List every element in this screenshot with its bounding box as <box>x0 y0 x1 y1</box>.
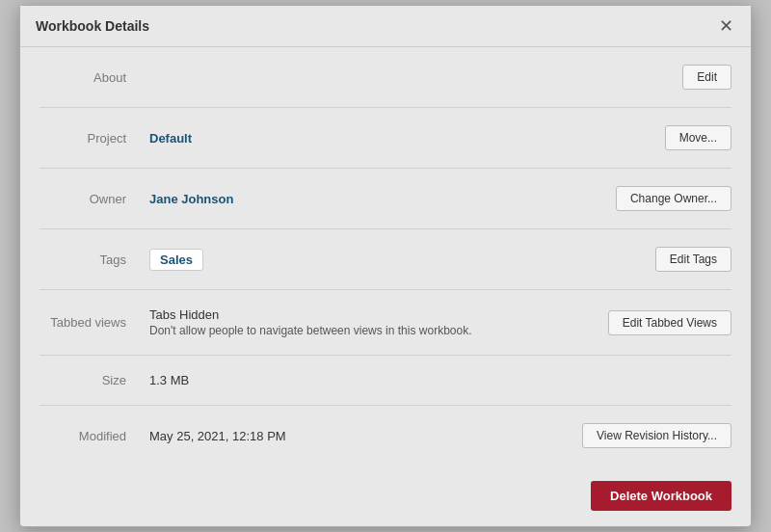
size-left: Size 1.3 MB <box>40 373 731 387</box>
dialog-footer: Delete Workbook <box>20 466 751 526</box>
sales-tag[interactable]: Sales <box>149 249 203 271</box>
tabbed-views-desc: Don't allow people to navigate between v… <box>149 324 471 337</box>
modified-row: Modified May 25, 2021, 12:18 PM View Rev… <box>40 406 731 466</box>
tabbed-views-title: Tabs Hidden <box>149 307 471 322</box>
tabbed-views-left: Tabbed views Tabs Hidden Don't allow peo… <box>40 307 608 337</box>
tags-label: Tags <box>40 253 126 267</box>
change-owner-button[interactable]: Change Owner... <box>616 186 731 211</box>
tags-row: Tags Sales Edit Tags <box>40 229 731 290</box>
dialog-body: About Edit Project Default Move... Owner… <box>20 47 751 466</box>
owner-row: Owner Jane Johnson Change Owner... <box>40 169 731 229</box>
size-label: Size <box>40 373 126 387</box>
tabbed-views-content: Tabs Hidden Don't allow people to naviga… <box>149 307 471 337</box>
workbook-details-dialog: Workbook Details ✕ About Edit Project De… <box>19 5 752 527</box>
size-value: 1.3 MB <box>149 373 189 387</box>
tags-container: Sales <box>149 249 203 271</box>
project-value[interactable]: Default <box>149 131 192 146</box>
about-label: About <box>40 70 126 85</box>
tabbed-views-row: Tabbed views Tabs Hidden Don't allow peo… <box>40 290 731 356</box>
delete-workbook-button[interactable]: Delete Workbook <box>591 481 731 511</box>
move-button[interactable]: Move... <box>665 125 731 150</box>
project-row: Project Default Move... <box>40 108 731 169</box>
modified-label: Modified <box>40 429 126 443</box>
close-button[interactable]: ✕ <box>715 15 737 37</box>
about-row: About Edit <box>40 47 731 108</box>
modified-left: Modified May 25, 2021, 12:18 PM <box>40 429 582 443</box>
edit-tabbed-views-button[interactable]: Edit Tabbed Views <box>608 310 731 335</box>
about-left: About <box>40 70 682 85</box>
project-label: Project <box>40 131 126 146</box>
size-row: Size 1.3 MB <box>40 356 731 406</box>
view-revision-history-button[interactable]: View Revision History... <box>582 423 731 448</box>
owner-label: Owner <box>40 192 126 206</box>
owner-left: Owner Jane Johnson <box>40 192 616 206</box>
dialog-title: Workbook Details <box>36 18 149 34</box>
edit-button[interactable]: Edit <box>682 65 731 90</box>
tags-left: Tags Sales <box>40 249 655 271</box>
dialog-title-bar: Workbook Details ✕ <box>20 6 751 47</box>
edit-tags-button[interactable]: Edit Tags <box>655 247 731 272</box>
project-left: Project Default <box>40 131 665 146</box>
owner-value[interactable]: Jane Johnson <box>149 192 233 206</box>
modified-value: May 25, 2021, 12:18 PM <box>149 429 286 443</box>
tabbed-views-label: Tabbed views <box>40 315 126 330</box>
